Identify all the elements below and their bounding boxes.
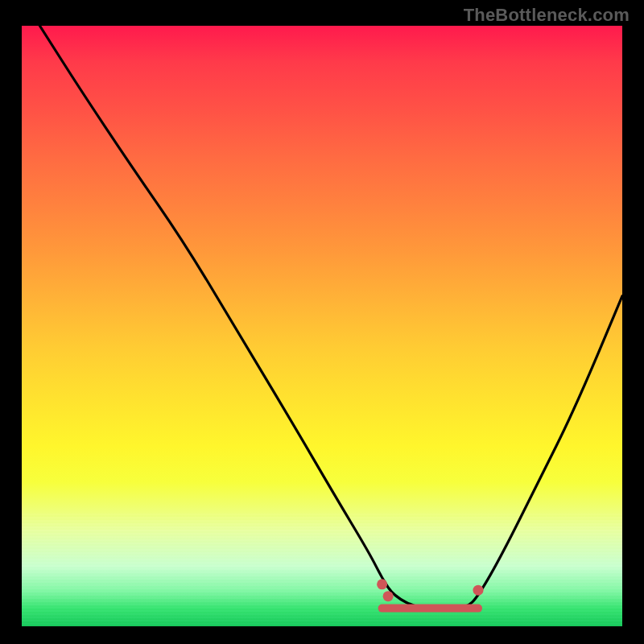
watermark-text: TheBottleneck.com [464, 5, 630, 26]
marker-dot [473, 585, 484, 596]
plot-area [22, 26, 622, 626]
markers-group [377, 579, 483, 601]
marker-dot [383, 591, 394, 601]
bottleneck-curve [39, 26, 622, 609]
chart-svg [22, 26, 622, 626]
chart-frame: TheBottleneck.com [0, 0, 644, 644]
marker-dot [377, 579, 387, 589]
